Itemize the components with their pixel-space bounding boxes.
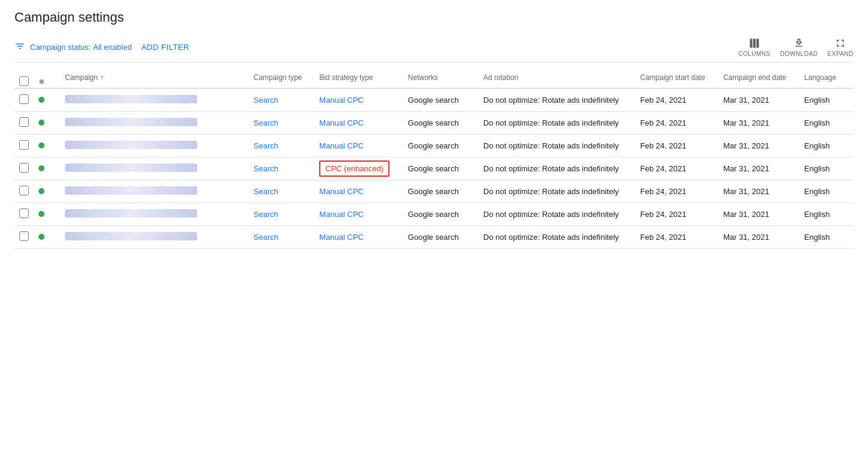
columns-button[interactable]: COLUMNS <box>738 37 771 57</box>
row-checkbox[interactable] <box>19 163 29 173</box>
campaign-name-blurred <box>65 232 197 240</box>
campaign-name-blurred <box>65 95 197 103</box>
download-icon <box>793 37 805 49</box>
row-status-cell <box>36 180 58 203</box>
campaign-name-cell[interactable] <box>58 88 246 112</box>
row-checkbox[interactable] <box>19 209 29 218</box>
row-checkbox[interactable] <box>19 140 29 150</box>
download-button[interactable]: DOWNLOAD <box>780 37 818 57</box>
row-checkbox-cell <box>14 135 36 157</box>
bid-strategy-type-cell: Manual CPC <box>312 88 400 112</box>
status-dot <box>38 188 44 194</box>
bid-strategy-highlighted: CPC (enhanced) <box>319 160 390 177</box>
language-cell: English <box>797 112 854 135</box>
toolbar: Campaign status: All enabled ADD FILTER … <box>14 37 854 63</box>
status-dot <box>38 97 44 103</box>
campaign-type-cell: Search <box>246 157 313 180</box>
start-date-cell: Feb 24, 2021 <box>633 112 716 135</box>
header-campaign[interactable]: Campaign ↑ <box>58 67 246 88</box>
header-end-date[interactable]: Campaign end date <box>716 67 797 88</box>
networks-cell: Google search <box>401 180 477 203</box>
networks-cell: Google search <box>401 226 477 249</box>
start-date-cell: Feb 24, 2021 <box>633 88 716 112</box>
row-checkbox[interactable] <box>19 117 29 127</box>
campaign-name-blurred <box>65 186 197 195</box>
page-title: Campaign settings <box>14 10 854 25</box>
campaign-type-cell: Search <box>246 203 313 226</box>
status-dot <box>38 234 44 240</box>
status-dot <box>38 211 44 217</box>
networks-cell: Google search <box>401 135 477 157</box>
campaign-name-cell[interactable] <box>58 203 246 226</box>
language-cell: English <box>797 135 854 157</box>
row-checkbox[interactable] <box>19 94 29 104</box>
start-date-cell: Feb 24, 2021 <box>633 157 716 180</box>
header-ad-rotation[interactable]: Ad rotation <box>476 67 633 88</box>
table-header-row: ● Campaign ↑ Campaign type Bid strategy … <box>14 67 854 88</box>
select-all-checkbox[interactable] <box>19 76 29 86</box>
header-networks[interactable]: Networks <box>401 67 477 88</box>
header-bid-strategy-type[interactable]: Bid strategy type <box>312 67 400 88</box>
status-dot <box>38 120 44 126</box>
row-status-cell <box>36 135 58 157</box>
header-language[interactable]: Language <box>797 67 854 88</box>
row-checkbox-cell <box>14 157 36 180</box>
campaign-type-value[interactable]: Search <box>254 164 278 173</box>
row-status-cell <box>36 112 58 135</box>
row-checkbox[interactable] <box>19 231 29 241</box>
campaign-type-cell: Search <box>246 112 313 135</box>
campaign-name-cell[interactable] <box>58 112 246 135</box>
ad-rotation-cell: Do not optimize: Rotate ads indefinitely <box>476 135 633 157</box>
header-select-all[interactable] <box>14 67 36 88</box>
end-date-cell: Mar 31, 2021 <box>716 180 797 203</box>
campaign-type-cell: Search <box>246 88 313 112</box>
sort-arrow-icon: ↑ <box>100 73 104 82</box>
filter-icon <box>14 41 25 54</box>
row-checkbox-cell <box>14 112 36 135</box>
bid-strategy-type-value[interactable]: Manual CPC <box>319 141 364 150</box>
expand-button[interactable]: EXPAND <box>828 37 854 57</box>
table-container: ● Campaign ↑ Campaign type Bid strategy … <box>14 67 854 249</box>
toolbar-left: Campaign status: All enabled ADD FILTER <box>14 40 194 54</box>
campaign-type-value[interactable]: Search <box>254 96 278 105</box>
columns-icon <box>748 37 760 49</box>
row-checkbox[interactable] <box>19 186 29 195</box>
start-date-cell: Feb 24, 2021 <box>633 180 716 203</box>
filter-value: All enabled <box>93 43 132 52</box>
row-checkbox-cell <box>14 88 36 112</box>
campaign-type-value[interactable]: Search <box>254 118 278 127</box>
bid-strategy-type-value[interactable]: Manual CPC <box>319 96 364 105</box>
campaign-type-value[interactable]: Search <box>254 187 278 196</box>
table-row: SearchManual CPCGoogle searchDo not opti… <box>14 226 854 249</box>
campaign-name-blurred <box>65 141 197 149</box>
bid-strategy-type-value[interactable]: Manual CPC <box>319 233 364 242</box>
header-campaign-type[interactable]: Campaign type <box>246 67 313 88</box>
end-date-cell: Mar 31, 2021 <box>716 88 797 112</box>
campaign-type-value[interactable]: Search <box>254 141 278 150</box>
toolbar-right: COLUMNS DOWNLOAD EXPAND <box>738 37 854 57</box>
start-date-cell: Feb 24, 2021 <box>633 226 716 249</box>
campaign-type-value[interactable]: Search <box>254 233 278 242</box>
bid-strategy-type-cell: Manual CPC <box>312 203 400 226</box>
row-checkbox-cell <box>14 203 36 226</box>
language-cell: English <box>797 157 854 180</box>
campaign-type-value[interactable]: Search <box>254 210 278 219</box>
campaign-name-cell[interactable] <box>58 157 246 180</box>
campaign-name-cell[interactable] <box>58 226 246 249</box>
table-row: SearchCPC (enhanced)Google searchDo not … <box>14 157 854 180</box>
campaign-name-cell[interactable] <box>58 180 246 203</box>
header-status: ● <box>36 67 58 88</box>
bid-strategy-type-value[interactable]: Manual CPC <box>319 210 364 219</box>
bid-strategy-type-cell: Manual CPC <box>312 135 400 157</box>
add-filter-button[interactable]: ADD FILTER <box>136 40 194 54</box>
bid-strategy-type-value[interactable]: Manual CPC <box>319 118 364 127</box>
campaign-name-cell[interactable] <box>58 135 246 157</box>
ad-rotation-cell: Do not optimize: Rotate ads indefinitely <box>476 112 633 135</box>
campaign-type-cell: Search <box>246 180 313 203</box>
bid-strategy-type-value[interactable]: Manual CPC <box>319 187 364 196</box>
header-start-date[interactable]: Campaign start date <box>633 67 716 88</box>
ad-rotation-cell: Do not optimize: Rotate ads indefinitely <box>476 226 633 249</box>
status-dot <box>38 142 44 148</box>
ad-rotation-cell: Do not optimize: Rotate ads indefinitely <box>476 203 633 226</box>
end-date-cell: Mar 31, 2021 <box>716 203 797 226</box>
